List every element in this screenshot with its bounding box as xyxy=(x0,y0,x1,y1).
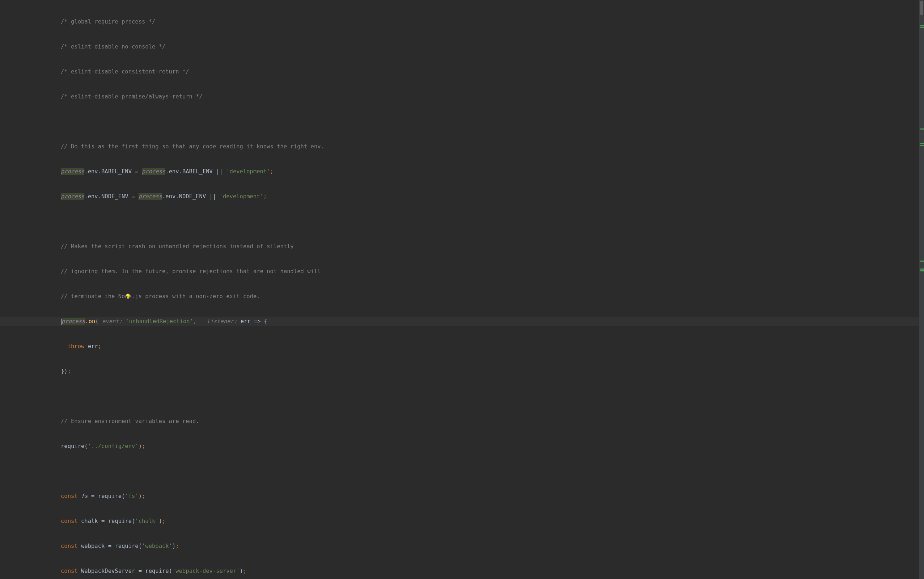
close-paren: ) xyxy=(139,443,142,450)
lightbulb-icon[interactable]: 💡 xyxy=(125,293,131,301)
string-literal: '../config/env' xyxy=(88,443,139,450)
process-identifier: process xyxy=(142,168,165,175)
code-line[interactable] xyxy=(61,392,924,401)
code-line[interactable]: // Ensure environment variables are read… xyxy=(61,417,924,425)
semicolon: ; xyxy=(162,518,165,524)
code-line[interactable] xyxy=(61,118,924,126)
code-line[interactable]: }); xyxy=(61,367,924,376)
semicolon: ; xyxy=(270,168,274,175)
string-literal: 'development' xyxy=(226,168,270,175)
gutter-marker[interactable] xyxy=(921,268,924,270)
code-line[interactable]: // Makes the script crash on unhandled r… xyxy=(61,242,924,251)
keyword-const: const xyxy=(61,493,81,499)
semicolon: ; xyxy=(142,443,145,450)
semicolon: ; xyxy=(68,368,71,375)
arrow: => { xyxy=(254,318,267,325)
code-line[interactable]: require('../config/env'); xyxy=(61,442,924,451)
code-line[interactable] xyxy=(61,467,924,476)
code-editor[interactable]: /* global require process */ /* eslint-d… xyxy=(0,0,924,579)
code-line[interactable]: const chalk = require('chalk'); xyxy=(61,517,924,525)
comment-text: // ignoring them. In the future, promise… xyxy=(61,268,321,275)
text-cursor xyxy=(61,319,62,325)
string-literal: 'chalk' xyxy=(135,518,158,524)
keyword-const: const xyxy=(61,543,81,550)
code-text: chalk = require( xyxy=(81,518,135,524)
close-paren: ) xyxy=(240,568,243,574)
string-literal: 'development' xyxy=(220,193,263,200)
keyword-const: const xyxy=(61,568,81,574)
code-text: = require( xyxy=(88,493,125,499)
comment-text: /* eslint-disable consistent-return */ xyxy=(61,69,189,75)
parameter-hint: event: xyxy=(102,318,126,325)
string-literal: 'webpack-dev-server' xyxy=(172,568,240,574)
gutter-marker[interactable] xyxy=(921,260,924,262)
identifier: err xyxy=(88,343,98,350)
code-line[interactable]: // ignoring them. In the future, promise… xyxy=(61,267,924,276)
gutter-marker[interactable] xyxy=(921,270,924,272)
code-line[interactable]: /* global require process */ xyxy=(61,18,924,26)
code-line[interactable]: /* eslint-disable no-console */ xyxy=(61,43,924,51)
code-text: .env.BABEL_ENV || xyxy=(165,168,226,175)
gutter-marker[interactable] xyxy=(921,143,924,144)
semicolon: ; xyxy=(142,493,145,499)
semicolon: ; xyxy=(98,343,101,350)
code-line[interactable]: //💡 terminate the Node.js process with a… xyxy=(61,293,924,301)
comment-text: terminate the Node.js process with a non… xyxy=(68,293,260,299)
code-text: WebpackDevServer = require( xyxy=(81,568,172,574)
comment-text: /* global require process */ xyxy=(61,18,155,25)
code-line[interactable]: const webpack = require('webpack'); xyxy=(61,542,924,550)
identifier: err xyxy=(241,318,254,325)
require-call: require( xyxy=(61,443,88,450)
code-line[interactable]: // Do this as the first thing so that an… xyxy=(61,142,924,151)
code-line-active[interactable]: process.on( event: 'unhandledRejection',… xyxy=(0,317,924,325)
code-line[interactable]: const fs = require('fs'); xyxy=(61,492,924,500)
process-identifier: process xyxy=(61,193,84,200)
semicolon: ; xyxy=(175,543,179,550)
gutter-marker[interactable] xyxy=(921,145,924,146)
scrollbar-thumb[interactable] xyxy=(920,1,923,15)
paren: ( xyxy=(95,318,102,325)
code-line[interactable]: const WebpackDevServer = require('webpac… xyxy=(61,567,924,576)
identifier-fs: fs xyxy=(81,493,88,499)
keyword-const: const xyxy=(61,518,81,524)
string-literal: 'webpack' xyxy=(142,543,172,550)
string-literal: 'fs' xyxy=(125,493,138,499)
semicolon: ; xyxy=(243,568,247,574)
comma: , xyxy=(193,318,207,325)
comment-text: /* eslint-disable promise/always-return … xyxy=(61,93,202,100)
code-text: .env.NODE_ENV || xyxy=(162,193,220,200)
close-paren: ) xyxy=(139,493,142,499)
close-brace: }) xyxy=(61,368,68,375)
code-line[interactable]: process.env.BABEL_ENV = process.env.BABE… xyxy=(61,168,924,176)
code-text: .env.NODE_ENV = xyxy=(84,193,138,200)
code-line[interactable]: /* eslint-disable promise/always-return … xyxy=(61,93,924,101)
code-line[interactable]: process.env.NODE_ENV = process.env.NODE_… xyxy=(61,193,924,201)
process-identifier: process xyxy=(62,318,85,325)
gutter-marker[interactable] xyxy=(921,25,924,26)
code-text: .env.BABEL_ENV = xyxy=(84,168,142,175)
keyword-throw: throw xyxy=(61,343,88,350)
parameter-hint: listener: xyxy=(207,318,240,325)
method-call: .on xyxy=(85,318,95,325)
process-identifier: process xyxy=(139,193,162,200)
comment-text: // Ensure environment variables are read… xyxy=(61,418,199,424)
comment-text: /* eslint-disable no-console */ xyxy=(61,43,165,50)
comment-text: // Makes the script crash on unhandled r… xyxy=(61,243,294,250)
close-paren: ) xyxy=(172,543,175,550)
comment-text: // xyxy=(61,293,68,299)
comment-text: // Do this as the first thing so that an… xyxy=(61,143,324,150)
gutter-marker[interactable] xyxy=(921,128,924,129)
code-text: webpack = require( xyxy=(81,543,142,550)
string-literal: 'unhandledRejection' xyxy=(126,318,193,325)
code-line[interactable]: throw err; xyxy=(61,342,924,351)
close-paren: ) xyxy=(159,518,162,524)
code-line[interactable]: /* eslint-disable consistent-return */ xyxy=(61,68,924,76)
scrollbar-track[interactable] xyxy=(919,0,924,579)
process-identifier: process xyxy=(61,168,84,175)
code-line[interactable] xyxy=(61,218,924,226)
gutter-marker[interactable] xyxy=(921,27,924,28)
semicolon: ; xyxy=(263,193,267,200)
